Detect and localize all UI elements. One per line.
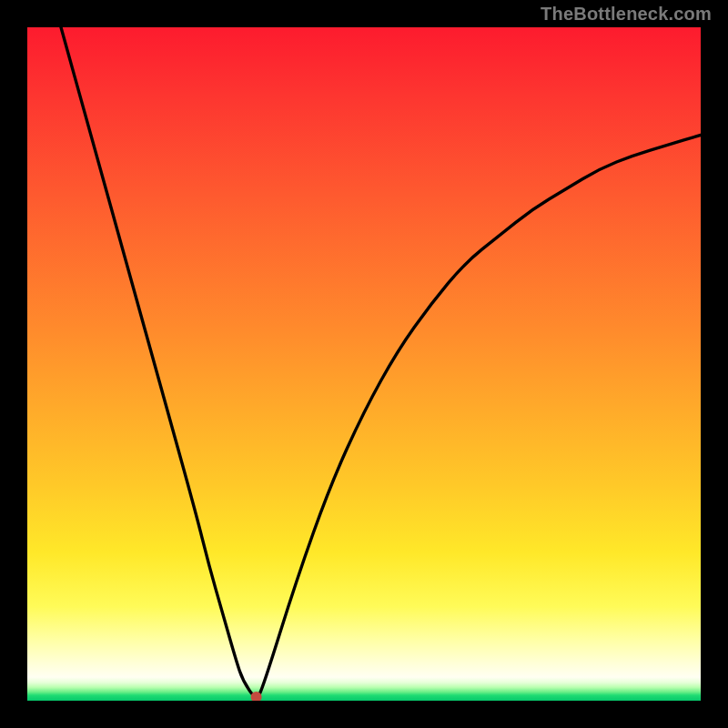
chart-frame: TheBottleneck.com [0,0,728,728]
curve-svg [27,27,701,701]
watermark-label: TheBottleneck.com [541,4,712,25]
bottleneck-curve [61,27,701,697]
plot-area [27,27,701,701]
